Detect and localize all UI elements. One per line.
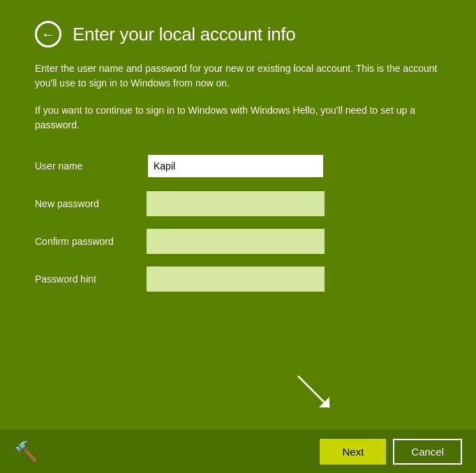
confirm-password-input[interactable] <box>147 229 325 254</box>
arrow-indicator <box>295 373 336 417</box>
arrow-icon <box>295 373 336 414</box>
description-text-1: Enter the user name and password for you… <box>35 61 441 91</box>
password-hint-row: Password hint <box>35 266 441 292</box>
hammer-icon: 🔨 <box>14 440 38 463</box>
username-input[interactable] <box>147 153 325 179</box>
password-hint-label: Password hint <box>35 273 147 285</box>
button-group: Next Cancel <box>320 439 462 465</box>
new-password-input[interactable] <box>147 191 325 216</box>
new-password-row: New password <box>35 191 441 216</box>
next-button[interactable]: Next <box>320 439 386 465</box>
description-text-2: If you want to continue to sign in to Wi… <box>35 103 441 133</box>
page-title: Enter your local account info <box>73 24 295 45</box>
confirm-password-row: Confirm password <box>35 229 441 254</box>
back-button[interactable]: ← <box>35 21 61 47</box>
title-row: ← Enter your local account info <box>35 21 441 47</box>
confirm-password-label: Confirm password <box>35 236 147 247</box>
username-label: User name <box>35 160 147 172</box>
back-arrow-icon: ← <box>41 27 55 41</box>
toolbar-strip: 🔨 Next Cancel <box>0 430 476 473</box>
password-hint-input[interactable] <box>147 266 325 292</box>
form-section: User name New password Confirm password … <box>35 153 441 292</box>
cancel-button[interactable]: Cancel <box>393 439 462 465</box>
main-container: ← Enter your local account info Enter th… <box>0 0 476 318</box>
new-password-label: New password <box>35 198 147 209</box>
username-row: User name <box>35 153 441 179</box>
